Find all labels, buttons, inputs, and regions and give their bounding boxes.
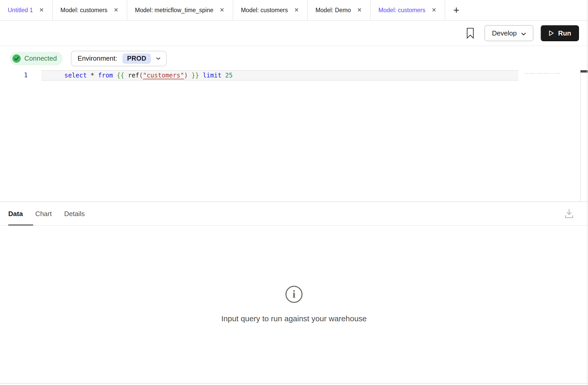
- environment-label: Environment:: [78, 54, 117, 62]
- tab-details[interactable]: Details: [64, 210, 85, 218]
- minimap-line: select * from {{ ref("customers") }} lim…: [520, 70, 579, 74]
- tab-model-demo[interactable]: Model: Demo ✕: [308, 0, 371, 20]
- editor-minimap[interactable]: select * from {{ ref("customers") }} lim…: [520, 70, 579, 74]
- code-token: }}: [192, 72, 203, 79]
- tab-data[interactable]: Data: [8, 210, 23, 218]
- editor-scrollbar-track: [580, 70, 581, 202]
- play-icon: [548, 30, 554, 36]
- tab-label: Model: Demo: [315, 7, 351, 14]
- download-icon[interactable]: [564, 208, 574, 220]
- code-token: {{: [117, 72, 128, 79]
- check-circle-icon: [12, 54, 21, 63]
- chevron-down-icon: [156, 57, 160, 60]
- connection-status-badge: Connected: [10, 52, 63, 65]
- sql-code: select * from {{ ref("customers") }} lim…: [42, 65, 233, 86]
- line-number: 1: [0, 72, 28, 79]
- run-label: Run: [558, 29, 571, 37]
- tab-label: Model: customers: [378, 7, 425, 14]
- info-glyph: i: [292, 289, 296, 300]
- tab-label: Untitled 1: [8, 7, 33, 14]
- code-token: ref: [128, 72, 139, 79]
- tab-model-customers-1[interactable]: Model: customers ✕: [53, 0, 127, 20]
- bottom-divider: [0, 383, 588, 384]
- close-icon[interactable]: ✕: [431, 7, 437, 13]
- code-editor-line[interactable]: select * from {{ ref("customers") }} lim…: [41, 70, 518, 81]
- results-empty-state: i Input query to run against your wareho…: [0, 226, 588, 383]
- code-token: (: [139, 72, 143, 79]
- develop-button[interactable]: Develop: [484, 25, 533, 41]
- toolbar: Develop Run: [0, 21, 588, 46]
- code-token: 25: [225, 72, 233, 79]
- environment-value-badge: PROD: [122, 53, 151, 64]
- empty-state-message: Input query to run against your warehous…: [221, 314, 367, 323]
- tab-untitled-1[interactable]: Untitled 1 ✕: [0, 0, 53, 20]
- tab-chart[interactable]: Chart: [35, 210, 52, 218]
- code-token: "customers": [143, 72, 184, 79]
- ide-window: Untitled 1 ✕ Model: customers ✕ Model: m…: [0, 0, 588, 385]
- results-tab-bar: Data Chart Details: [0, 202, 588, 225]
- close-icon[interactable]: ✕: [219, 7, 225, 13]
- develop-label: Develop: [492, 29, 517, 37]
- code-token: *: [91, 72, 98, 79]
- run-button[interactable]: Run: [541, 25, 579, 41]
- tab-label: Model: customers: [61, 7, 108, 14]
- bookmark-icon[interactable]: [465, 26, 475, 40]
- close-icon[interactable]: ✕: [39, 7, 44, 13]
- tab-model-customers-2[interactable]: Model: customers ✕: [233, 0, 308, 20]
- connection-status-label: Connected: [24, 54, 57, 62]
- environment-selector[interactable]: Environment: PROD: [71, 51, 167, 66]
- close-icon[interactable]: ✕: [357, 7, 362, 13]
- tab-model-metricflow-time-spine[interactable]: Model: metricflow_time_spine ✕: [127, 0, 233, 20]
- code-token: select: [64, 72, 91, 79]
- chevron-down-icon: [521, 29, 526, 37]
- code-token: [188, 72, 192, 79]
- code-token: from: [98, 72, 117, 79]
- tab-bar: Untitled 1 ✕ Model: customers ✕ Model: m…: [0, 0, 588, 21]
- info-icon: i: [285, 286, 303, 303]
- close-icon[interactable]: ✕: [113, 7, 119, 13]
- new-tab-button[interactable]: +: [445, 0, 467, 20]
- tab-label: Model: customers: [241, 7, 288, 14]
- code-token: ): [184, 72, 188, 79]
- close-icon[interactable]: ✕: [293, 7, 299, 13]
- tab-label: Model: metricflow_time_spine: [135, 7, 214, 14]
- code-token: limit: [203, 72, 225, 79]
- tab-model-customers-3[interactable]: Model: customers ✕: [371, 0, 445, 20]
